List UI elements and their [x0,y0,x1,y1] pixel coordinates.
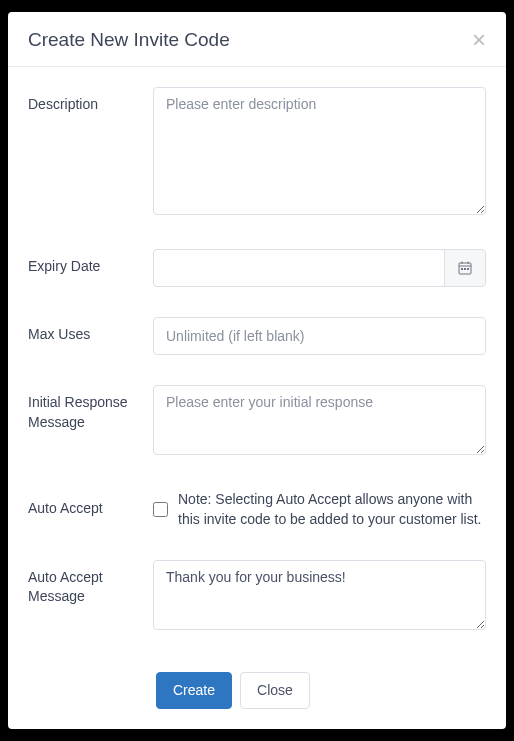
row-initial-response: Initial Response Message [28,385,486,459]
modal-title: Create New Invite Code [28,29,230,51]
svg-rect-4 [461,268,463,270]
close-icon[interactable]: × [472,28,486,52]
modal-header: Create New Invite Code × [8,12,506,67]
create-invite-modal: Create New Invite Code × Description Exp… [8,12,506,729]
expiry-date-input[interactable] [153,249,444,287]
label-expiry: Expiry Date [28,249,153,277]
description-input[interactable] [153,87,486,215]
label-auto-accept: Auto Accept [28,499,153,519]
svg-rect-6 [467,268,469,270]
max-uses-input[interactable] [153,317,486,355]
label-initial-response: Initial Response Message [28,385,153,432]
modal-body: Description Expiry Date Max Uses [8,67,506,672]
auto-accept-checkbox[interactable] [153,502,168,517]
row-max-uses: Max Uses [28,317,486,355]
svg-rect-5 [464,268,466,270]
row-auto-accept-message: Auto Accept Message [28,560,486,634]
auto-accept-note: Note: Selecting Auto Accept allows anyon… [178,489,486,530]
label-auto-accept-message: Auto Accept Message [28,560,153,607]
modal-footer: Create Close [8,672,506,730]
row-expiry: Expiry Date [28,249,486,287]
row-description: Description [28,87,486,219]
calendar-icon[interactable] [444,249,486,287]
row-auto-accept: Auto Accept Note: Selecting Auto Accept … [28,489,486,530]
close-button[interactable]: Close [240,672,310,710]
initial-response-input[interactable] [153,385,486,455]
label-max-uses: Max Uses [28,317,153,345]
create-button[interactable]: Create [156,672,232,710]
auto-accept-message-input[interactable] [153,560,486,630]
label-description: Description [28,87,153,115]
